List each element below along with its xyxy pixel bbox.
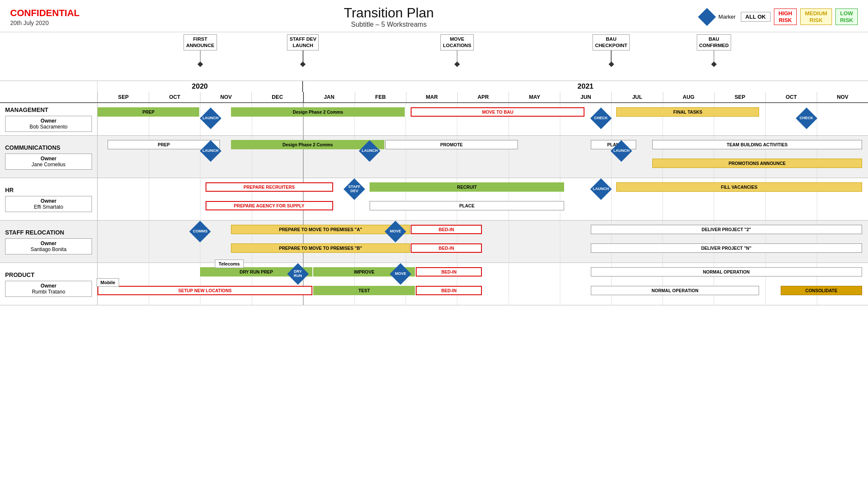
page-header: CONFIDENTIAL 20th July 2020 Transition P…	[0, 0, 868, 32]
milestone-annotation: BAUCHECKPOINT	[592, 34, 630, 66]
speech-bubble: Telecoms	[215, 260, 244, 268]
workstream-grid-1: PREPDesign Phase 2 CommsPROMOTEPLANTEAM …	[97, 136, 868, 178]
workstream-label-3: STAFF RELOCATIONOwnerSantiago Bonita	[0, 221, 97, 263]
month-col-jan: JAN	[303, 92, 355, 102]
workstream-label-1: COMMUNICATIONSOwnerJane Cornelius	[0, 136, 97, 178]
diamond-marker: LAUNCH	[361, 143, 378, 159]
timeline-bar: FILL VACANCIES	[616, 182, 862, 192]
timeline-bar: BED-IN	[416, 267, 482, 277]
timeline-bar: DELIVER PROJECT "2"	[591, 225, 862, 234]
timeline-bar: TEST	[313, 286, 415, 295]
timeline-bar: BED-IN	[416, 286, 482, 295]
timeline-bar: PREPARE RECRUITERS	[206, 182, 333, 192]
timeline-bar: MOVE TO BAU	[411, 107, 584, 117]
page-subtitle: Subtitle – 5 Workstreams	[344, 21, 434, 28]
month-col-oct: OCT	[765, 92, 817, 102]
month-col-may: MAY	[509, 92, 560, 102]
year-2020: 2020	[97, 81, 303, 92]
workstream-name: COMMUNICATIONS	[5, 144, 92, 151]
timeline-bar: TEAM BUILDING ACTIVITIES	[652, 140, 862, 149]
workstream-name: MANAGEMENT	[5, 106, 92, 113]
timeline: FIRSTANNOUNCESTAFF DEVLAUNCHMOVELOCATION…	[0, 32, 868, 305]
legend-high-risk: HIGHRISK	[774, 8, 797, 25]
workstream-label-0: MANAGEMENTOwnerBob Sacramento	[0, 103, 97, 135]
confidential-label: CONFIDENTIAL	[10, 8, 80, 19]
month-col-mar: MAR	[406, 92, 457, 102]
timeline-bar: PREPARE TO MOVE TO PREMISES "A"	[231, 225, 410, 234]
month-col-sep: SEP	[714, 92, 765, 102]
owner-box: OwnerRumbi Tratano	[5, 281, 92, 297]
timeline-bar: Design Phase 2 Comms	[231, 107, 405, 117]
timeline-bar: FINAL TASKS	[616, 107, 759, 117]
timeline-bar: PROMOTE	[385, 140, 518, 149]
workstream-name: PRODUCT	[5, 271, 92, 278]
month-col-feb: FEB	[355, 92, 406, 102]
workstream-label-4: PRODUCTOwnerRumbi Tratano	[0, 263, 97, 305]
diamond-marker: CHECK	[593, 110, 609, 127]
diamond-marker: LAUNCH	[202, 110, 219, 127]
timeline-bar: CONSOLIDATE	[781, 286, 862, 295]
timeline-bar: RECRUIT	[370, 182, 564, 192]
title-section: Transition Plan Subtitle – 5 Workstreams	[344, 5, 434, 28]
timeline-bar: BED-IN	[411, 243, 482, 253]
month-col-nov: NOV	[817, 92, 868, 102]
milestone-annotation: STAFF DEVLAUNCH	[284, 34, 322, 66]
workstream-label-2: HROwnerEffi Smartato	[0, 178, 97, 220]
month-col-dec: DEC	[251, 92, 303, 102]
owner-box: OwnerBob Sacramento	[5, 116, 92, 132]
month-col-aug: AUG	[663, 92, 714, 102]
timeline-bar: DELIVER PROJECT "N"	[591, 243, 862, 253]
diamond-marker: CHECK	[798, 110, 815, 127]
owner-box: OwnerEffi Smartato	[5, 196, 92, 212]
legend-all-ok: ALL OK	[741, 12, 771, 22]
milestone-annotation: MOVELOCATIONS	[438, 34, 476, 66]
milestone-annotation: BAUCONFIRMED	[695, 34, 733, 66]
months-header: 20202021SEPOCTNOVDECJANFEBMARAPRMAYJUNJU…	[0, 81, 868, 103]
confidential-section: CONFIDENTIAL 20th July 2020	[10, 8, 80, 26]
workstream-row-2: HROwnerEffi SmartatoPREPARE RECRUITERSRE…	[0, 178, 868, 221]
workstream-grid-2: PREPARE RECRUITERSRECRUITFILL VACANCIESS…	[97, 178, 868, 220]
timeline-bar: NORMAL OPERATION	[591, 267, 862, 277]
month-col-jun: JUN	[560, 92, 611, 102]
timeline-bar: NORMAL OPERATION	[591, 286, 760, 295]
timeline-bar: PLACE	[370, 201, 564, 210]
timeline-bar: PREP	[97, 107, 199, 117]
legend-section: Marker ALL OK HIGHRISK MEDIUMRISK LOWRIS…	[698, 8, 858, 26]
month-col-nov: NOV	[200, 92, 251, 102]
diamond-marker: LAUNCH	[202, 143, 219, 159]
year-2021: 2021	[303, 81, 868, 92]
timeline-bar: PREPARE TO MOVE TO PREMISES "B"	[231, 243, 410, 253]
month-col-apr: APR	[457, 92, 509, 102]
month-col-oct: OCT	[149, 92, 200, 102]
legend-medium-risk: MEDIUMRISK	[800, 8, 832, 25]
workstream-row-3: STAFF RELOCATIONOwnerSantiago BonitaPREP…	[0, 221, 868, 263]
timeline-bar: BED-IN	[411, 225, 482, 234]
timeline-bar: PREPARE AGENCY FOR SUPPLY	[206, 201, 333, 210]
month-col-sep: SEP	[97, 92, 149, 102]
timeline-bar: PROMOTIONS ANNOUNCE	[652, 159, 862, 168]
diamond-marker: LAUNCH	[613, 143, 630, 159]
workstream-name: HR	[5, 187, 92, 193]
legend-low-risk: LOWRISK	[835, 8, 858, 25]
diamond-marker: MOVE	[392, 265, 409, 282]
workstream-grid-3: PREPARE TO MOVE TO PREMISES "A"BED-INDEL…	[97, 221, 868, 263]
date-label: 20th July 2020	[10, 20, 80, 26]
diamond-marker: COMMS	[192, 223, 209, 240]
diamond-marker: DRYRUN	[289, 265, 306, 282]
workstream-row-4: PRODUCTOwnerRumbi TratanoTelecomsDRY RUN…	[0, 263, 868, 305]
milestones-row: FIRSTANNOUNCESTAFF DEVLAUNCHMOVELOCATION…	[0, 32, 868, 81]
owner-box: OwnerSantiago Bonita	[5, 238, 92, 254]
diamond-marker: STAFFDEV	[346, 181, 363, 198]
diamond-marker: LAUNCH	[593, 181, 609, 198]
workstream-row-0: MANAGEMENTOwnerBob SacramentoPREPDesign …	[0, 103, 868, 136]
timeline-bar: SETUP NEW LOCATIONS	[97, 286, 312, 295]
month-col-jul: JUL	[611, 92, 662, 102]
workstream-grid-4: TelecomsDRY RUN PREPIMPROVEBED-INNORMAL …	[97, 263, 868, 305]
milestone-annotation: FIRSTANNOUNCE	[181, 34, 219, 66]
workstream-name: STAFF RELOCATION	[5, 229, 92, 236]
owner-box: OwnerJane Cornelius	[5, 154, 92, 170]
speech-bubble: Mobile	[97, 278, 119, 287]
workstream-row-1: COMMUNICATIONSOwnerJane CorneliusPREPDes…	[0, 136, 868, 178]
page-title: Transition Plan	[344, 5, 434, 21]
workstream-grid-0: PREPDesign Phase 2 CommsMOVE TO BAUFINAL…	[97, 103, 868, 135]
